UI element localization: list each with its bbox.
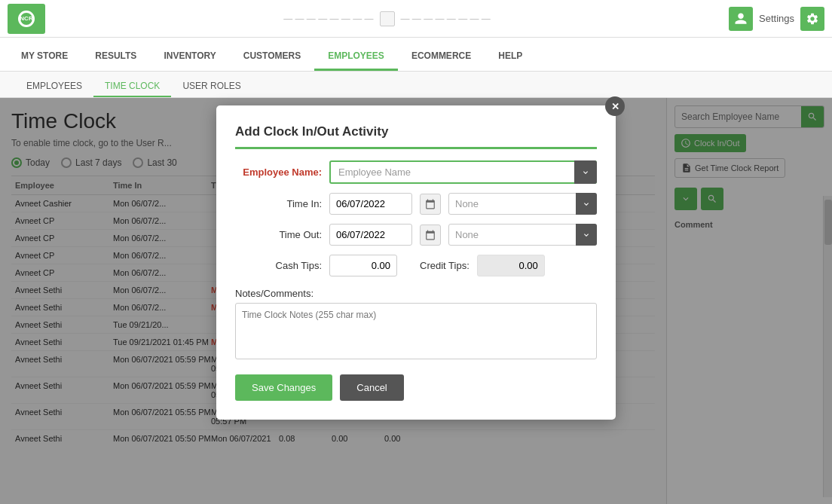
save-changes-button[interactable]: Save Changes <box>235 374 332 401</box>
time-out-time-select[interactable]: None <box>448 224 597 246</box>
top-bar-label2: — — — — — — — — <box>401 14 491 24</box>
save-changes-label: Save Changes <box>252 382 316 393</box>
modal-overlay[interactable]: ✕ Add Clock In/Out Activity Employee Nam… <box>0 98 832 504</box>
top-bar-center: — — — — — — — — — — — — — — — — <box>53 11 721 26</box>
user-icon-btn[interactable] <box>729 7 753 31</box>
cash-tips-input[interactable] <box>329 255 397 276</box>
time-out-date-input[interactable] <box>329 224 412 246</box>
sub-nav-employees[interactable]: EMPLOYEES <box>15 76 93 97</box>
notes-textarea[interactable] <box>235 303 597 359</box>
sub-nav: EMPLOYEES TIME CLOCK USER ROLES <box>0 72 832 98</box>
logo-text: NCR <box>20 15 32 22</box>
time-in-label: Time In: <box>235 198 322 209</box>
main-area: Time Clock To enable time clock, go to t… <box>0 98 832 504</box>
nav-item-results[interactable]: RESULTS <box>81 43 150 71</box>
top-bar-checkbox[interactable] <box>380 11 395 26</box>
modal-button-row: Save Changes Cancel <box>235 374 597 401</box>
modal: ✕ Add Clock In/Out Activity Employee Nam… <box>216 105 616 420</box>
settings-label: Settings <box>759 13 794 24</box>
gear-icon <box>806 12 819 26</box>
employee-name-row: Employee Name: Employee Name <box>235 160 597 184</box>
modal-close-button[interactable]: ✕ <box>605 96 625 116</box>
cancel-button[interactable]: Cancel <box>340 374 403 401</box>
time-in-time-select[interactable]: None <box>448 193 597 215</box>
cancel-label: Cancel <box>356 382 387 393</box>
close-icon: ✕ <box>611 101 619 112</box>
user-icon <box>734 12 748 26</box>
sub-nav-time-clock[interactable]: TIME CLOCK <box>93 76 171 97</box>
ncr-logo[interactable]: NCR <box>8 4 45 34</box>
logo-circle: NCR <box>18 11 35 27</box>
nav-item-customers[interactable]: CUSTOMERS <box>230 43 314 71</box>
nav-item-employees[interactable]: EMPLOYEES <box>314 43 398 71</box>
credit-tips-label: Credit Tips: <box>420 260 470 271</box>
time-in-date-input[interactable] <box>329 193 412 215</box>
time-out-label: Time Out: <box>235 229 322 240</box>
tips-row: Cash Tips: Credit Tips: <box>235 255 597 276</box>
top-bar: NCR — — — — — — — — — — — — — — — — Sett… <box>0 0 832 38</box>
sub-nav-user-roles[interactable]: USER ROLES <box>171 76 252 97</box>
employee-name-label: Employee Name: <box>235 166 322 178</box>
nav-item-inventory[interactable]: INVENTORY <box>150 43 229 71</box>
main-nav: MY STORE RESULTS INVENTORY CUSTOMERS EMP… <box>0 38 832 72</box>
employee-name-select-wrapper: Employee Name <box>329 160 597 184</box>
settings-gear-btn[interactable] <box>800 7 824 31</box>
time-out-row: Time Out: None <box>235 224 597 246</box>
top-bar-right: Settings <box>729 7 824 31</box>
nav-item-help[interactable]: HELP <box>485 43 536 71</box>
time-in-row: Time In: None <box>235 193 597 215</box>
top-bar-label: — — — — — — — — <box>283 14 373 24</box>
nav-item-ecommerce[interactable]: ECOMMERCE <box>398 43 485 71</box>
calendar-out-icon[interactable] <box>420 225 441 246</box>
cash-tips-label: Cash Tips: <box>235 260 322 271</box>
notes-row: Notes/Comments: <box>235 288 597 359</box>
credit-tips-input[interactable] <box>477 255 545 276</box>
notes-label: Notes/Comments: <box>235 288 597 299</box>
calendar-in-icon[interactable] <box>420 194 441 215</box>
nav-item-my-store[interactable]: MY STORE <box>8 43 81 71</box>
employee-name-select[interactable]: Employee Name <box>329 160 597 184</box>
modal-title: Add Clock In/Out Activity <box>235 124 597 149</box>
